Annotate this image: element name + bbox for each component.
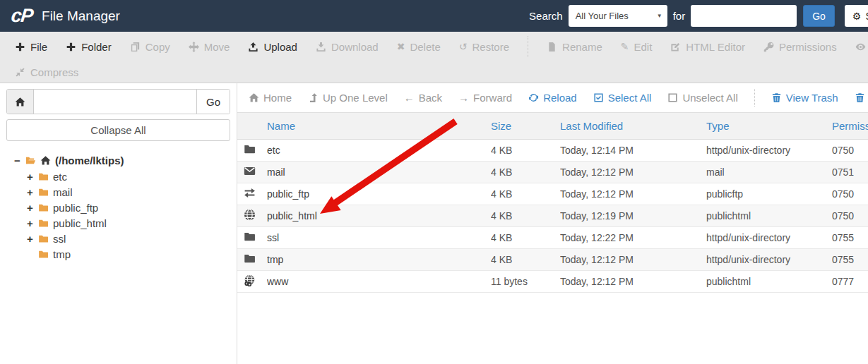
tree-root-label: (/home/lktips) — [55, 154, 124, 166]
toolbar-button-permissions[interactable]: Permissions — [763, 41, 837, 53]
column-header-last-modified[interactable]: Last Modified — [560, 120, 706, 132]
home-icon — [15, 97, 25, 107]
globe-link-icon — [244, 274, 256, 286]
plus-toggle-icon[interactable]: + — [26, 233, 34, 245]
toolbar-button-download[interactable]: Download — [316, 41, 379, 53]
file-table-body: etc 4 KB Today, 12:14 PM httpd/unix-dire… — [237, 140, 868, 293]
file-row-etc[interactable]: etc 4 KB Today, 12:14 PM httpd/unix-dire… — [237, 140, 868, 162]
tree-item-public-html[interactable]: + public_html — [6, 215, 230, 231]
plus-icon — [66, 42, 76, 52]
file-name[interactable]: www — [267, 276, 491, 287]
nav-button-back[interactable]: ← Back — [404, 92, 442, 104]
nav-button-empty-trash[interactable]: Empty Trash — [855, 92, 868, 104]
file-size: 4 KB — [491, 210, 560, 222]
cpanel-logo: cP — [10, 5, 33, 27]
tree-children: + etc + mail + — [6, 169, 230, 262]
nav-button-unselect-all[interactable]: Unselect All — [667, 92, 737, 104]
file-name[interactable]: public_ftp — [267, 188, 491, 200]
settings-label: Settings — [865, 11, 868, 22]
tree-item-ssl[interactable]: + ssl — [6, 231, 230, 246]
separator — [528, 36, 528, 57]
toolbar-button-file[interactable]: File — [15, 41, 47, 53]
path-input-group: Go — [6, 89, 230, 114]
nav-button-reload[interactable]: Reload — [528, 92, 577, 104]
file-row-tmp[interactable]: tmp 4 KB Today, 12:12 PM httpd/unix-dire… — [237, 249, 868, 271]
folder-icon — [244, 231, 256, 243]
compress-icon — [15, 67, 25, 78]
file-type: publichtml — [706, 210, 832, 222]
toolbar-button-folder[interactable]: Folder — [66, 41, 112, 53]
minus-icon[interactable]: − — [13, 154, 21, 166]
file-permissions: 0755 — [832, 232, 868, 243]
tree-item-etc[interactable]: + etc — [6, 169, 230, 184]
file-manager-page: cP File Manager Search All Your Files ▼ … — [0, 0, 868, 364]
nav-button-up-one-level[interactable]: Up One Level — [308, 92, 388, 104]
nav-button-home[interactable]: Home — [249, 92, 292, 104]
plus-toggle-icon[interactable]: + — [26, 217, 34, 229]
toolbar-button-upload[interactable]: Upload — [248, 41, 297, 53]
tree-item-mail[interactable]: + mail — [6, 184, 230, 200]
file-type: httpd/unix-directory — [706, 232, 832, 243]
toolbar-button-delete[interactable]: ✖ Delete — [397, 41, 441, 53]
column-header-name[interactable]: Name — [267, 120, 491, 132]
path-go-button[interactable]: Go — [196, 90, 230, 114]
content-area: Go Collapse All − (/home/lktips) + — [0, 83, 868, 364]
toolbar-button-rename[interactable]: Rename — [547, 41, 602, 53]
file-name[interactable]: etc — [267, 145, 491, 156]
gear-icon: ⚙ — [852, 11, 862, 22]
x-icon: ✖ — [397, 41, 405, 52]
copy-icon — [130, 42, 141, 52]
file-row-public-ftp[interactable]: public_ftp 4 KB Today, 12:12 PM publicft… — [237, 183, 868, 205]
home-directory-button[interactable] — [7, 90, 34, 114]
toolbar-button-html-editor[interactable]: HTML Editor — [670, 41, 745, 53]
folder-icon — [38, 218, 49, 229]
plus-toggle-icon[interactable]: + — [26, 202, 34, 214]
file-modified: Today, 12:12 PM — [560, 276, 706, 287]
file-row-mail[interactable]: mail 4 KB Today, 12:12 PM mail 0751 — [237, 162, 868, 183]
path-input[interactable] — [34, 90, 196, 114]
column-header-permissions[interactable]: Permissions — [832, 120, 868, 132]
toolbar-button-restore[interactable]: ↺ Restore — [459, 41, 509, 53]
file-modified: Today, 12:19 PM — [560, 210, 706, 222]
tree-item-public-ftp[interactable]: + public_ftp — [6, 200, 230, 215]
settings-button[interactable]: ⚙ Settings — [845, 5, 868, 27]
toolbar-button-copy[interactable]: Copy — [130, 41, 170, 53]
plus-toggle-icon[interactable]: + — [26, 186, 34, 198]
toolbar-button-compress[interactable]: Compress — [15, 66, 78, 78]
file-permissions: 0755 — [832, 254, 868, 265]
toolbar-button-edit[interactable]: ✎ Edit — [621, 41, 653, 53]
plus-toggle-icon[interactable]: + — [26, 171, 34, 183]
nav-button-forward[interactable]: → Forward — [458, 92, 512, 104]
toolbar-button-view[interactable]: View — [855, 41, 868, 53]
collapse-all-button[interactable]: Collapse All — [6, 119, 230, 141]
file-size: 4 KB — [491, 145, 560, 156]
file-name[interactable]: mail — [267, 166, 491, 178]
file-row-www[interactable]: www 11 bytes Today, 12:12 PM publichtml … — [237, 271, 868, 293]
file-row-public-html[interactable]: public_html 4 KB Today, 12:19 PM publich… — [237, 205, 868, 227]
top-header: cP File Manager Search All Your Files ▼ … — [0, 0, 868, 32]
caret-down-icon: ▼ — [657, 13, 662, 19]
tree-root-home[interactable]: − (/home/lktips) — [6, 152, 230, 169]
file-type: publichtml — [706, 276, 832, 287]
search-input[interactable] — [691, 5, 797, 27]
file-name[interactable]: tmp — [267, 254, 491, 265]
home-icon — [249, 92, 259, 103]
file-name[interactable]: public_html — [267, 210, 491, 222]
tree-item-tmp[interactable]: + tmp — [6, 246, 230, 262]
search-scope-select[interactable]: All Your Files ▼ — [569, 5, 667, 27]
nav-button-select-all[interactable]: Select All — [593, 92, 652, 104]
file-row-ssl[interactable]: ssl 4 KB Today, 12:22 PM httpd/unix-dire… — [237, 227, 868, 249]
file-type: mail — [706, 166, 832, 178]
column-header-type[interactable]: Type — [706, 120, 832, 132]
file-name[interactable]: ssl — [267, 232, 491, 243]
file-icon — [547, 42, 557, 52]
for-label: for — [673, 10, 686, 22]
search-go-button[interactable]: Go — [803, 5, 835, 27]
checkbox-empty-icon — [667, 92, 678, 103]
nav-button-view-trash[interactable]: View Trash — [771, 92, 838, 104]
edit-square-icon — [670, 42, 681, 52]
column-header-size[interactable]: Size — [491, 120, 560, 132]
table-header: Name Size Last Modified Type Permissions — [237, 113, 868, 140]
toolbar-button-move[interactable]: Move — [189, 41, 230, 53]
file-permissions: 0777 — [832, 276, 868, 287]
